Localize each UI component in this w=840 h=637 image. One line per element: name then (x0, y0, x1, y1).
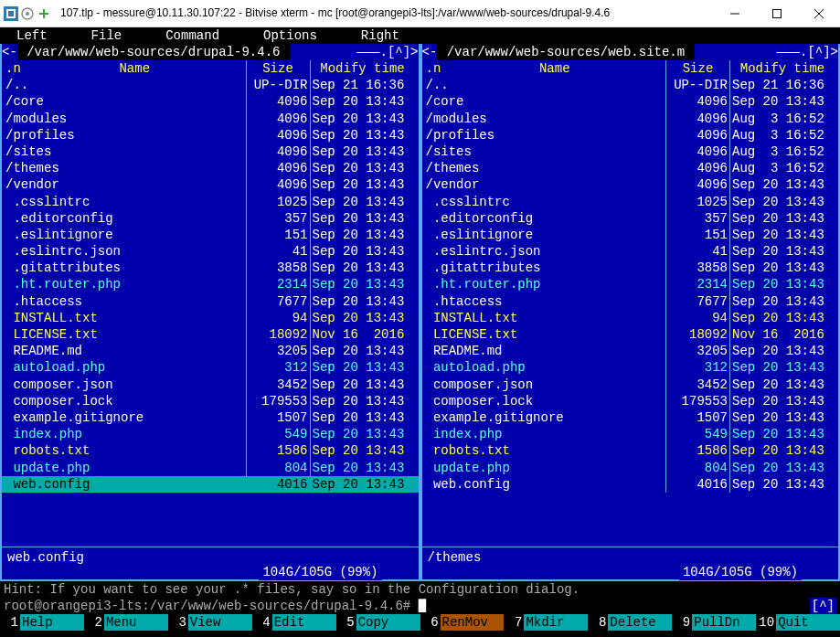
fkey-copy[interactable]: 5Copy (336, 614, 420, 631)
file-row[interactable]: .ht.router.php2314Sep 20 13:43 (422, 276, 839, 292)
scroll-indicator[interactable]: [^] (810, 598, 836, 614)
file-row[interactable]: composer.json3452Sep 20 13:43 (2, 377, 419, 393)
fkey-help[interactable]: 1Help (0, 614, 84, 631)
file-row[interactable]: .eslintrc.json41Sep 20 13:43 (422, 243, 839, 260)
left-panel-sort[interactable]: ———.[^]> (290, 44, 419, 60)
col-size[interactable]: Size (665, 60, 729, 77)
file-row[interactable]: .htaccess7677Sep 20 13:43 (2, 293, 419, 310)
file-row[interactable]: .gitattributes3858Sep 20 13:43 (2, 260, 419, 276)
file-row[interactable]: /vendor4096Sep 20 13:43 (2, 176, 419, 193)
file-row[interactable]: update.php804Sep 20 13:43 (422, 460, 839, 476)
right-panel-sort[interactable]: ———.[^]> (695, 44, 838, 60)
col-modify[interactable]: Modify time (729, 60, 835, 77)
file-row[interactable]: /core4096Sep 20 13:43 (422, 93, 839, 110)
menu-command[interactable]: Command (165, 27, 219, 44)
file-row[interactable]: example.gitignore1507Sep 20 13:43 (2, 409, 419, 426)
gear-icon[interactable] (20, 6, 35, 21)
file-row[interactable]: LICENSE.txt18092Nov 16 2016 (422, 326, 839, 343)
file-row[interactable]: /modules4096Sep 20 13:43 (2, 111, 419, 127)
file-row[interactable]: index.php549Sep 20 13:43 (2, 426, 419, 442)
right-panel-path[interactable]: /var/www/web-sources/web.site.m (437, 44, 694, 60)
file-row[interactable]: web.config4016Sep 20 13:43 (2, 476, 419, 493)
minimize-button[interactable] (714, 0, 756, 27)
left-file-list[interactable]: /..UP--DIRSep 21 16:36/core4096Sep 20 13… (2, 77, 419, 547)
col-name[interactable]: Name (24, 60, 246, 77)
file-row[interactable]: /..UP--DIRSep 21 16:36 (2, 77, 419, 93)
file-size: 41 (246, 243, 310, 260)
file-row[interactable]: .csslintrc1025Sep 20 13:43 (2, 194, 419, 210)
file-row[interactable]: INSTALL.txt94Sep 20 13:43 (2, 310, 419, 326)
menu-file[interactable]: File (91, 27, 122, 44)
file-modify: Sep 20 13:43 (729, 227, 835, 243)
col-n[interactable]: .n (5, 60, 24, 77)
file-row[interactable]: .ht.router.php2314Sep 20 13:43 (2, 276, 419, 292)
fkey-renmov[interactable]: 6RenMov (420, 614, 505, 631)
file-row[interactable]: .eslintrc.json41Sep 20 13:43 (2, 243, 419, 260)
file-modify: Sep 20 13:43 (729, 243, 835, 260)
file-row[interactable]: example.gitignore1507Sep 20 13:43 (422, 409, 839, 426)
left-panel-path[interactable]: /var/www/web-sources/drupal-9.4.6 (17, 44, 290, 60)
file-row[interactable]: /profiles4096Aug 3 16:52 (422, 127, 839, 143)
file-row[interactable]: autoload.php312Sep 20 13:43 (2, 359, 419, 376)
fkey-quit[interactable]: 10Quit (756, 614, 840, 631)
file-row[interactable]: /core4096Sep 20 13:43 (2, 93, 419, 110)
col-modify[interactable]: Modify time (310, 60, 415, 77)
file-row[interactable]: /vendor4096Sep 20 13:43 (422, 176, 839, 193)
file-row[interactable]: /modules4096Aug 3 16:52 (422, 111, 839, 127)
file-modify: Nov 16 2016 (729, 326, 835, 343)
file-row[interactable]: composer.json3452Sep 20 13:43 (422, 377, 839, 393)
file-row[interactable]: LICENSE.txt18092Nov 16 2016 (2, 326, 419, 343)
file-name: autoload.php (426, 359, 666, 376)
prompt-line[interactable]: root@orangepi3-lts:/var/www/web-sources/… (0, 598, 840, 614)
maximize-button[interactable] (756, 0, 798, 27)
file-row[interactable]: /sites4096Aug 3 16:52 (422, 143, 839, 160)
fkey-menu[interactable]: 2Menu (84, 614, 168, 631)
right-panel[interactable]: <- /var/www/web-sources/web.site.m ———.[… (420, 44, 841, 581)
close-button[interactable] (798, 0, 840, 27)
prompt-text: root@orangepi3-lts:/var/www/web-sources/… (4, 599, 410, 613)
col-name[interactable]: Name (444, 60, 666, 77)
file-row[interactable]: .editorconfig357Sep 20 13:43 (2, 210, 419, 227)
fkey-view[interactable]: 3View (168, 614, 252, 631)
file-row[interactable]: web.config4016Sep 20 13:43 (422, 476, 839, 493)
file-row[interactable]: .eslintignore151Sep 20 13:43 (2, 227, 419, 243)
file-row[interactable]: INSTALL.txt94Sep 20 13:43 (422, 310, 839, 326)
left-panel[interactable]: <- /var/www/web-sources/drupal-9.4.6 ———… (0, 44, 420, 581)
file-row[interactable]: update.php804Sep 20 13:43 (2, 460, 419, 476)
fkey-mkdir[interactable]: 7Mkdir (504, 614, 588, 631)
file-row[interactable]: .htaccess7677Sep 20 13:43 (422, 293, 839, 310)
file-name: /modules (5, 111, 246, 127)
file-row[interactable]: /sites4096Sep 20 13:43 (2, 143, 419, 160)
fkey-pulldn[interactable]: 9PullDn (672, 614, 756, 631)
file-row[interactable]: .eslintignore151Sep 20 13:43 (422, 227, 839, 243)
file-row[interactable]: robots.txt1586Sep 20 13:43 (422, 442, 839, 459)
menu-left[interactable]: Left (16, 27, 48, 44)
fkey-edit[interactable]: 4Edit (252, 614, 336, 631)
file-row[interactable]: index.php549Sep 20 13:43 (422, 426, 839, 442)
file-row[interactable]: README.md3205Sep 20 13:43 (422, 343, 839, 359)
file-size: 4096 (665, 127, 729, 143)
right-path-prefix[interactable]: <- (422, 44, 438, 60)
left-path-prefix[interactable]: <- (2, 44, 17, 60)
col-size[interactable]: Size (246, 60, 310, 77)
file-row[interactable]: autoload.php312Sep 20 13:43 (422, 359, 839, 376)
file-row[interactable]: /..UP--DIRSep 21 16:36 (422, 77, 839, 93)
file-row[interactable]: /themes4096Aug 3 16:52 (422, 160, 839, 176)
plus-icon[interactable] (37, 6, 51, 21)
file-row[interactable]: composer.lock179553Sep 20 13:43 (2, 393, 419, 409)
menu-options[interactable]: Options (263, 27, 317, 44)
file-row[interactable]: .gitattributes3858Sep 20 13:43 (422, 260, 839, 276)
file-row[interactable]: composer.lock179553Sep 20 13:43 (422, 393, 839, 409)
file-row[interactable]: .editorconfig357Sep 20 13:43 (422, 210, 839, 227)
right-file-list[interactable]: /..UP--DIRSep 21 16:36/core4096Sep 20 13… (422, 77, 839, 547)
col-n[interactable]: .n (426, 60, 444, 77)
file-row[interactable]: /profiles4096Sep 20 13:43 (2, 127, 419, 143)
file-modify: Sep 20 13:43 (310, 276, 415, 292)
file-row[interactable]: robots.txt1586Sep 20 13:43 (2, 442, 419, 459)
file-modify: Sep 21 16:36 (729, 77, 835, 93)
menu-right[interactable]: Right (361, 27, 399, 44)
fkey-delete[interactable]: 8Delete (588, 614, 672, 631)
file-row[interactable]: .csslintrc1025Sep 20 13:43 (422, 194, 839, 210)
file-row[interactable]: README.md3205Sep 20 13:43 (2, 343, 419, 359)
file-row[interactable]: /themes4096Sep 20 13:43 (2, 160, 419, 176)
